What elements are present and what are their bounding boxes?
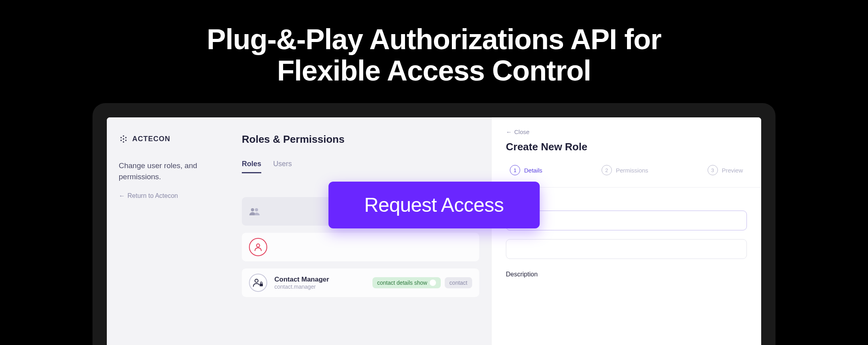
stepper: 1 Details 2 Permissions 3 Preview xyxy=(506,165,747,175)
page-title: Roles & Permissions xyxy=(242,133,479,146)
svg-rect-11 xyxy=(260,284,263,286)
step-preview[interactable]: 3 Preview xyxy=(708,165,743,175)
brand-name: ACTECON xyxy=(132,135,170,143)
return-link[interactable]: ← Return to Actecon xyxy=(119,192,218,199)
role-name: Contact Manager xyxy=(274,276,329,284)
role-row[interactable]: Contact Manager contact.manager contact … xyxy=(242,268,479,297)
role-slug: contact.manager xyxy=(274,284,329,290)
return-link-label: Return to Actecon xyxy=(127,192,178,199)
tab-roles[interactable]: Roles xyxy=(242,160,261,173)
svg-point-3 xyxy=(120,140,122,141)
hero-headline: Plug-&-Play Authorizations API for Flexi… xyxy=(116,24,752,86)
svg-point-7 xyxy=(251,208,254,211)
main-area: Roles & Permissions Roles Users xyxy=(230,117,491,345)
step-number-icon: 2 xyxy=(602,165,612,175)
app-screen: ACTECON Change user roles, and permissio… xyxy=(107,117,761,345)
arrow-left-icon: ← xyxy=(506,128,512,135)
svg-point-9 xyxy=(257,244,260,247)
brand-dots-icon xyxy=(119,134,128,144)
step-details[interactable]: 1 Details xyxy=(510,165,542,175)
role-avatar xyxy=(249,238,267,256)
svg-point-1 xyxy=(120,137,122,138)
tabs: Roles Users xyxy=(242,160,479,173)
arrow-left-icon: ← xyxy=(119,192,125,199)
tab-users[interactable]: Users xyxy=(273,160,292,173)
chip-label: contact details show xyxy=(377,280,427,286)
svg-point-6 xyxy=(123,138,124,140)
name-label: Name xyxy=(506,199,747,207)
brand-logo[interactable]: ACTECON xyxy=(119,134,218,144)
name-input[interactable] xyxy=(506,211,747,230)
step-number-icon: 1 xyxy=(510,165,520,175)
svg-point-0 xyxy=(123,135,124,136)
step-label: Details xyxy=(524,167,542,174)
svg-point-2 xyxy=(125,137,126,138)
step-number-icon: 3 xyxy=(708,165,718,175)
role-row[interactable] xyxy=(242,233,479,261)
role-chips: contact details show i contact xyxy=(372,277,472,288)
cta-label: Request Access xyxy=(364,194,504,216)
step-permissions[interactable]: 2 Permissions xyxy=(602,165,648,175)
svg-point-8 xyxy=(255,208,258,211)
close-button[interactable]: ← Close xyxy=(506,128,747,135)
permission-chip[interactable]: contact details show i xyxy=(372,277,441,288)
person-lock-icon xyxy=(253,278,263,287)
permission-chip[interactable]: contact xyxy=(445,277,472,288)
chip-label: contact xyxy=(449,280,467,286)
person-icon xyxy=(254,243,262,251)
users-icon xyxy=(249,207,260,215)
svg-point-10 xyxy=(255,279,258,282)
secondary-input[interactable] xyxy=(506,239,747,259)
close-label: Close xyxy=(514,128,529,135)
svg-point-5 xyxy=(123,141,124,142)
svg-point-4 xyxy=(125,140,126,141)
role-text: Contact Manager contact.manager xyxy=(274,276,329,290)
info-icon: i xyxy=(430,280,436,286)
description-label: Description xyxy=(506,271,747,278)
step-label: Preview xyxy=(722,167,743,174)
request-access-button[interactable]: Request Access xyxy=(328,182,540,228)
role-avatar xyxy=(249,274,267,292)
step-label: Permissions xyxy=(616,167,648,174)
create-role-panel: ← Close Create New Role 1 Details 2 Perm… xyxy=(491,117,761,345)
sidebar: ACTECON Change user roles, and permissio… xyxy=(107,117,230,345)
hero-headline-line1: Plug-&-Play Authorizations API for xyxy=(207,23,662,55)
hero-headline-line2: Flexible Access Control xyxy=(277,55,591,86)
panel-title: Create New Role xyxy=(506,141,747,153)
sidebar-description: Change user roles, and permissions. xyxy=(119,160,218,182)
